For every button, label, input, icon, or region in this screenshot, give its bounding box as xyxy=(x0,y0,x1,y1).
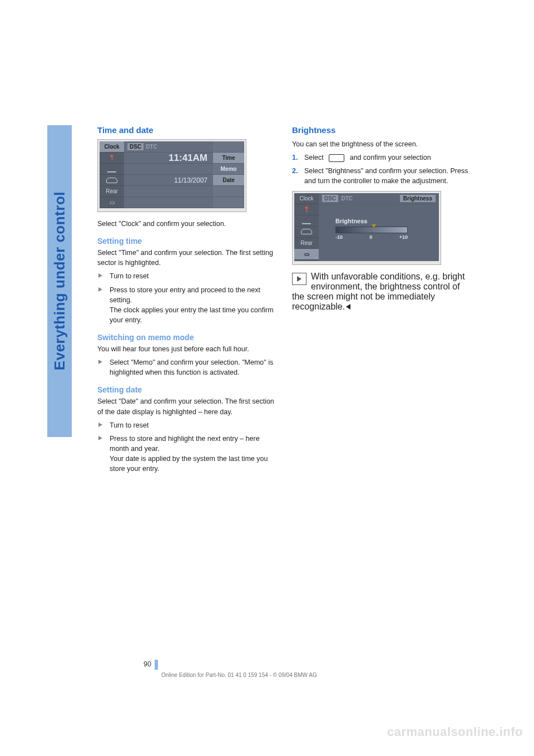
brightness-panel-title: Brightness xyxy=(335,218,408,224)
idrive-tab-rear: Rear xyxy=(100,186,124,197)
list-item: Press to store and highlight the next en… xyxy=(97,434,275,474)
idrive-top-tab-dtc: DTC xyxy=(341,195,353,202)
p-memo: You will hear four tones just before eac… xyxy=(97,344,275,354)
section-tab: Everything under control xyxy=(47,125,72,437)
idrive-tab-car-icon xyxy=(294,227,319,238)
heading-brightness: Brightness xyxy=(292,125,470,135)
li-text: Select "Brightness" and confirm your sel… xyxy=(304,167,468,185)
idrive-tab-clock: Clock xyxy=(100,141,124,153)
idrive-right-tab-brightness: Brightness xyxy=(400,195,436,202)
screen-icon xyxy=(329,154,344,162)
note-icon xyxy=(292,273,306,285)
content-area: Time and date Clock 📍 ▁▁ Rear ▭ xyxy=(97,125,476,477)
brightness-scale xyxy=(335,227,408,233)
idrive-main-panel: DSC DTC 11:41AM 11/13/2007 xyxy=(124,141,213,208)
idrive-empty-row xyxy=(213,186,244,197)
idrive-screenshot-brightness: Clock 📍 ▁▁ Rear ▭ DSC DTC xyxy=(292,191,470,265)
idrive-top-tab-dsc: DSC xyxy=(127,143,144,150)
idrive-empty-row xyxy=(213,197,244,208)
idrive-date-value: 11/13/2007 xyxy=(124,175,213,186)
li-text: Turn to reset xyxy=(110,421,149,429)
li-text: Press to store your entry and proceed to… xyxy=(110,286,274,324)
p-brightness-intro: You can set the brightness of the screen… xyxy=(292,139,470,149)
right-column: Brightness You can set the brightness of… xyxy=(292,125,470,477)
idrive-right-tab-date: Date xyxy=(213,175,244,186)
idrive-brightness-panel: DSC DTC Brightness Brightness -10 xyxy=(319,193,439,261)
idrive-screenshot-clock: Clock 📍 ▁▁ Rear ▭ DSC DTC xyxy=(97,139,275,212)
brightness-scale-mid: 0 xyxy=(369,234,372,240)
footer-text: Online Edition for Part-No. 01 41 0 159 … xyxy=(161,672,317,678)
idrive-tab-car-icon xyxy=(100,175,124,186)
idrive-tab-screen-icon: ▭ xyxy=(294,249,319,260)
note-text: With unfavorable conditions, e.g. bright… xyxy=(292,272,465,311)
section-tab-label: Everything under control xyxy=(51,192,68,370)
list-item: Press to store your entry and proceed to… xyxy=(97,285,275,326)
idrive-tab-rear: Rear xyxy=(294,238,319,249)
brightness-scale-min: -10 xyxy=(335,234,343,240)
idrive-empty-row xyxy=(124,197,213,208)
list-item: Turn to reset xyxy=(97,271,275,281)
idrive-empty-row xyxy=(213,141,244,153)
idrive-tab-icon: ▁▁ xyxy=(100,164,124,175)
p-setting-date: Select "Date" and confirm your selection… xyxy=(97,396,275,416)
idrive-tab-screen-icon: ▭ xyxy=(100,197,124,208)
idrive-top-tab-dtc: DTC xyxy=(146,144,157,150)
idrive-empty-row xyxy=(124,164,213,175)
idrive-left-tabs: Clock 📍 ▁▁ Rear ▭ xyxy=(100,141,124,208)
idrive-time-value: 11:41AM xyxy=(124,153,213,164)
idrive-empty-row xyxy=(124,186,213,197)
idrive-right-tabs: Time Memo Date xyxy=(213,141,244,208)
idrive-right-tab-memo: Memo xyxy=(213,164,244,175)
list-item: 1. Select and confirm your selection xyxy=(292,153,470,163)
heading-setting-date: Setting date xyxy=(97,385,275,394)
list-item: 2. Select "Brightness" and confirm your … xyxy=(292,166,470,186)
brightness-scale-max: +10 xyxy=(399,234,408,240)
brightness-marker xyxy=(372,224,376,228)
heading-time-and-date: Time and date xyxy=(97,125,275,135)
idrive-tab-icon: ▁▁ xyxy=(294,215,319,227)
idrive-tab-icon: 📍 xyxy=(100,153,124,164)
idrive-top-tab-dsc: DSC xyxy=(322,195,338,202)
heading-memo-mode: Switching on memo mode xyxy=(97,333,275,342)
page-number: 90 xyxy=(144,660,158,670)
li-text-b: and confirm your selection xyxy=(350,154,431,161)
li-text: Press to store and highlight the next en… xyxy=(110,435,268,473)
li-text-a: Select xyxy=(304,154,324,161)
step-number: 1. xyxy=(292,153,298,163)
li-text: Turn to reset xyxy=(110,272,149,280)
idrive-left-tabs: Clock 📍 ▁▁ Rear ▭ xyxy=(294,193,319,261)
left-column: Time and date Clock 📍 ▁▁ Rear ▭ xyxy=(97,125,275,477)
list-item: Turn to reset xyxy=(97,420,275,430)
p-select-clock: Select "Clock" and confirm your selectio… xyxy=(97,219,275,229)
idrive-right-tab-time: Time xyxy=(213,153,244,164)
list-item: Select "Memo" and confirm your selection… xyxy=(97,357,275,377)
end-of-note-icon xyxy=(346,304,350,310)
idrive-tab-icon: 📍 xyxy=(294,204,319,215)
p-setting-time: Select "Time" and confirm your selection… xyxy=(97,248,275,268)
note-block: With unfavorable conditions, e.g. bright… xyxy=(292,272,470,312)
li-text: Select "Memo" and confirm your selection… xyxy=(110,359,273,376)
watermark: carmanualsonline.info xyxy=(387,725,523,739)
idrive-tab-clock: Clock xyxy=(294,193,319,204)
step-number: 2. xyxy=(292,166,298,176)
heading-setting-time: Setting time xyxy=(97,237,275,246)
